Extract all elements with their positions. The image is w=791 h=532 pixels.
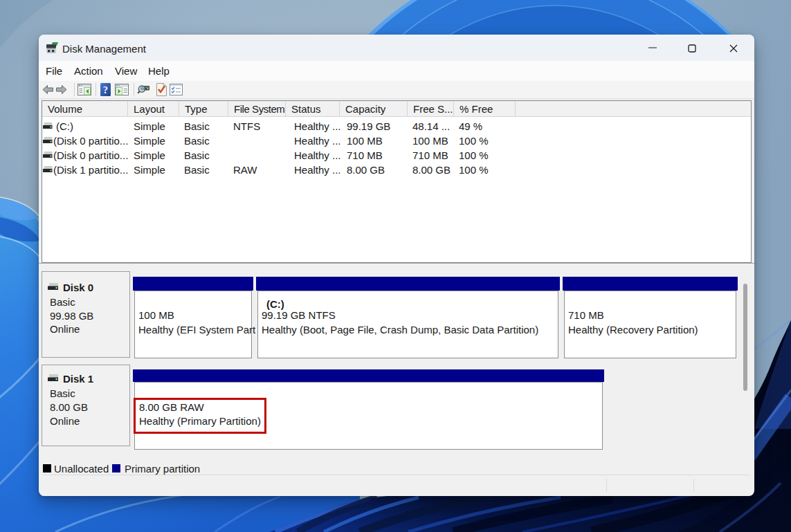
svg-text:?: ? — [103, 85, 108, 95]
